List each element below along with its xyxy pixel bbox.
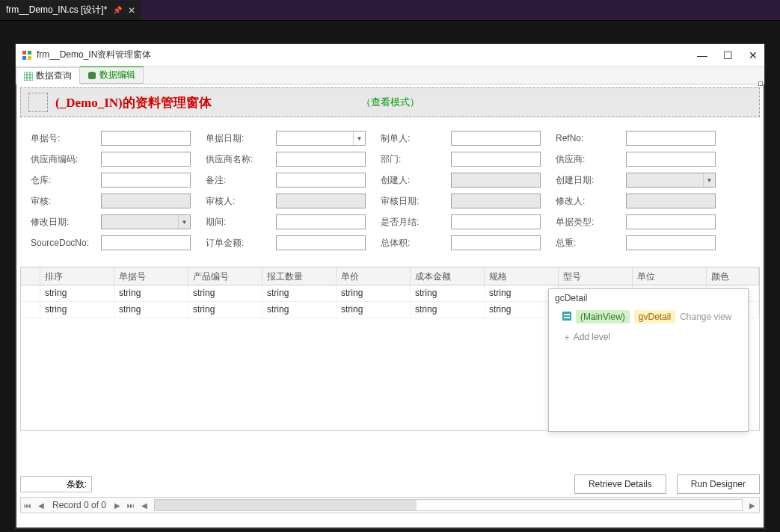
nav-text: Record 0 of 0 [48,500,111,510]
svg-rect-4 [24,72,33,81]
resize-handle[interactable] [758,81,763,86]
input-srcdoc[interactable] [101,235,191,250]
label-supname: 供应商名称: [206,153,276,166]
nav-scroll-left-icon[interactable]: ◀ [138,501,151,510]
input-auditor [276,194,366,208]
inner-tab-strip: 数据查询 数据编辑 [16,66,764,84]
label-volume: 总体积: [381,237,451,250]
col-price[interactable]: 单价 [337,267,411,285]
label-docdate: 单据日期: [206,132,276,145]
input-amount[interactable] [276,235,366,250]
label-remark: 备注: [206,174,276,187]
view-mode-label: （查看模式） [361,96,420,109]
gvdetail-chip[interactable]: gvDetail [634,310,675,324]
chevron-down-icon: ▼ [703,173,715,187]
nav-prev-icon[interactable]: ◀ [34,501,48,510]
input-auditdate [451,194,541,208]
input-supplier[interactable] [626,152,716,167]
count-box: 条数: [20,476,92,492]
nav-next-icon[interactable]: ▶ [111,501,124,510]
minimize-icon[interactable]: — [697,49,707,61]
label-srcdoc: SourceDocNo: [31,238,101,248]
record-navigator[interactable]: ⏮ ◀ Record 0 of 0 ▶ ⏭ ◀ ▶ [20,497,760,513]
input-maker[interactable] [451,131,541,146]
combo-createdate: ▼ [626,173,716,188]
nav-scroll-right-icon[interactable]: ▶ [746,501,759,510]
input-wh[interactable] [101,173,191,188]
grid-icon [24,72,33,81]
input-weight[interactable] [626,235,716,250]
footer-row: 条数: Retrieve Details Run Designer [20,474,760,494]
input-supname[interactable] [276,152,366,167]
input-volume[interactable] [451,235,541,250]
svg-rect-2 [22,56,26,60]
run-designer-button[interactable]: Run Designer [677,474,760,494]
tab-edit-label: 数据编辑 [99,69,135,81]
nav-last-icon[interactable]: ⏭ [124,501,138,510]
col-model[interactable]: 型号 [559,267,633,285]
col-unit[interactable]: 单位 [633,267,707,285]
label-moddate: 修改日期: [31,216,101,229]
grid-header: 排序 单据号 产品编号 报工数量 单价 成本金额 规格 型号 单位 颜色 [21,267,759,285]
horizontal-scrollbar[interactable] [154,499,743,511]
tab-edit[interactable]: 数据编辑 [80,66,144,84]
close-icon[interactable]: ✕ [128,5,135,16]
combo-moddate: ▼ [101,214,191,229]
svg-rect-11 [564,314,570,315]
mainview-chip[interactable]: (MainView) [576,310,630,324]
input-period[interactable] [276,214,366,229]
col-docno[interactable]: 单据号 [114,267,188,285]
label-period: 期间: [206,216,276,229]
scrollbar-thumb[interactable] [155,500,417,510]
nav-first-icon[interactable]: ⏮ [21,501,34,510]
change-view-link[interactable]: Change view [680,312,731,322]
detail-grid[interactable]: 排序 单据号 产品编号 报工数量 单价 成本金额 规格 型号 单位 颜色 str… [20,267,760,431]
drag-handle[interactable] [28,93,48,112]
pin-icon[interactable]: 📌 [113,6,122,14]
col-qty[interactable]: 报工数量 [262,267,337,285]
grid-view-icon [562,312,571,323]
close-window-icon[interactable]: ✕ [748,49,758,61]
add-level-link[interactable]: ＋ Add level [549,327,748,348]
label-docno: 单据号: [31,132,101,145]
input-refno[interactable] [626,131,716,146]
svg-rect-10 [562,312,571,321]
label-audit: 审核: [31,195,101,208]
tab-query-label: 数据查询 [36,69,72,82]
tab-query[interactable]: 数据查询 [16,67,80,84]
col-prod[interactable]: 产品编号 [188,267,262,285]
grid-designer-popup[interactable]: gcDetail (MainView) gvDetail Change view… [548,288,749,432]
retrieve-details-button[interactable]: Retrieve Details [574,474,666,494]
label-doctype: 单据类型: [556,216,626,229]
maximize-icon[interactable]: ☐ [722,49,733,61]
form-designer-surface[interactable]: frm__Demo_IN资料管理窗体 — ☐ ✕ 数据查询 数据编辑 [15,43,765,529]
label-modifier: 修改人: [556,195,626,208]
input-dept[interactable] [451,152,541,167]
vs-document-tab[interactable]: frm__Demo_IN.cs [设计]* 📌 ✕ [0,1,141,20]
svg-rect-3 [28,56,31,60]
col-spec[interactable]: 规格 [485,267,559,285]
input-monthend[interactable] [451,214,541,229]
col-color[interactable]: 颜色 [707,267,759,285]
label-dept: 部门: [381,153,451,166]
chevron-down-icon: ▼ [178,215,190,229]
input-supcode[interactable] [101,152,191,167]
input-creator [451,173,541,188]
input-audit [101,194,191,208]
app-icon [22,50,32,61]
col-cost[interactable]: 成本金额 [411,267,485,285]
label-wh: 仓库: [31,174,101,187]
svg-rect-0 [22,51,26,55]
combo-docdate[interactable]: ▼ [276,131,366,146]
svg-rect-1 [28,51,31,55]
label-maker: 制单人: [381,132,451,145]
input-remark[interactable] [276,173,366,188]
page-title: (_Demo_IN)的资料管理窗体 [55,94,212,111]
window-title: frm__Demo_IN资料管理窗体 [37,49,697,61]
input-docno[interactable] [101,131,191,146]
input-doctype[interactable] [626,214,716,229]
popup-title: gcDetail [549,289,748,307]
input-modifier [626,194,716,208]
form-fields-area: 单据号: 单据日期:▼ 制单人: RefNo: 供应商编码: 供应商名称: 部门… [16,120,764,267]
col-sort[interactable]: 排序 [40,267,114,285]
